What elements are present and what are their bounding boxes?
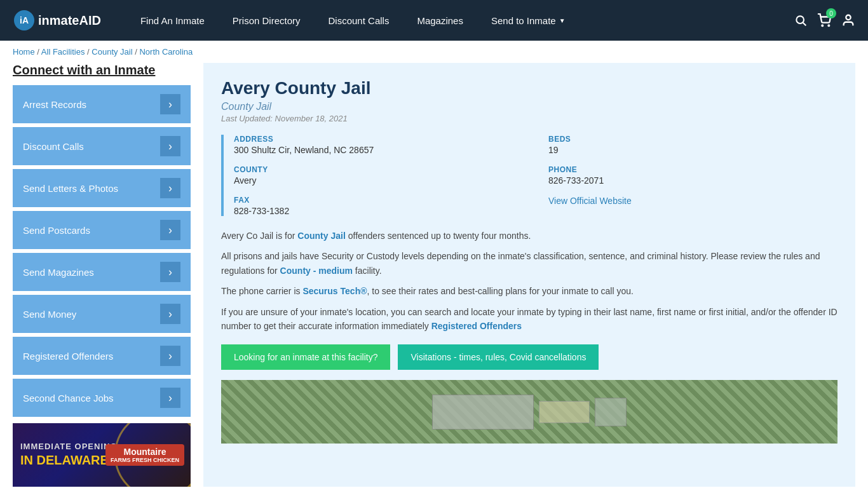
securus-link[interactable]: Securus Tech®	[302, 286, 367, 296]
svg-point-4	[822, 25, 823, 26]
phone-block: PHONE 826-733-2071	[548, 165, 837, 186]
find-inmate-button[interactable]: Looking for an inmate at this facility?	[221, 344, 390, 370]
sidebar-registered-offenders[interactable]: Registered Offenders ›	[13, 337, 191, 375]
sidebar-send-magazines[interactable]: Send Magazines ›	[13, 253, 191, 291]
breadcrumb: Home / All Facilities / County Jail / No…	[0, 41, 868, 63]
sidebar-arrest-records[interactable]: Arrest Records ›	[13, 85, 191, 123]
arrow-icon: ›	[160, 262, 180, 282]
sidebar-second-chance-jobs[interactable]: Second Chance Jobs ›	[13, 379, 191, 417]
description-1: Avery Co Jail is for County Jail offende…	[221, 229, 837, 243]
logo[interactable]: iA inmateAID	[13, 9, 101, 32]
svg-text:iA: iA	[20, 15, 29, 25]
facility-name: Avery County Jail	[221, 78, 837, 98]
nav-links: Find An Inmate Prison Directory Discount…	[126, 0, 794, 41]
arrow-icon: ›	[160, 94, 180, 114]
breadcrumb-north-carolina[interactable]: North Carolina	[139, 47, 193, 57]
facility-info-grid: ADDRESS 300 Shultz Cir, Newland, NC 2865…	[221, 135, 837, 216]
registered-offenders-link[interactable]: Registered Offenders	[431, 321, 522, 331]
building-shape-2	[539, 401, 590, 423]
aerial-photo	[221, 380, 837, 444]
beds-value: 19	[548, 145, 837, 155]
sidebar-discount-calls[interactable]: Discount Calls ›	[13, 127, 191, 165]
fax-value: 828-733-1382	[234, 206, 523, 216]
arrow-icon: ›	[160, 304, 180, 324]
cart-badge: 0	[826, 8, 836, 18]
phone-value: 826-733-2071	[548, 175, 837, 186]
county-block: COUNTY Avery	[234, 165, 523, 186]
description-4: If you are unsure of your inmate's locat…	[221, 305, 837, 334]
sidebar-send-money[interactable]: Send Money ›	[13, 295, 191, 333]
svg-point-2	[796, 16, 804, 24]
beds-label: BEDS	[548, 135, 837, 144]
county-label: COUNTY	[234, 165, 523, 174]
arrow-icon: ›	[160, 346, 180, 366]
website-block: View Official Website	[548, 196, 837, 216]
address-block: ADDRESS 300 Shultz Cir, Newland, NC 2865…	[234, 135, 523, 155]
content-panel: Avery County Jail County Jail Last Updat…	[203, 63, 855, 487]
fax-block: FAX 828-733-1382	[234, 196, 523, 216]
sidebar-ad[interactable]: IMMEDIATE OPENING IN DELAWARE Mountaire …	[13, 423, 191, 487]
arrow-icon: ›	[160, 136, 180, 156]
facility-updated: Last Updated: November 18, 2021	[221, 114, 837, 123]
county-jail-link[interactable]: County Jail	[297, 231, 345, 241]
action-buttons: Looking for an inmate at this facility? …	[221, 344, 837, 370]
nav-find-inmate[interactable]: Find An Inmate	[126, 0, 219, 41]
sidebar-title: Connect with an Inmate	[13, 63, 191, 78]
nav-icons: 0	[794, 13, 855, 27]
svg-point-5	[828, 25, 829, 26]
svg-line-3	[803, 23, 806, 26]
main-content: Connect with an Inmate Arrest Records › …	[0, 63, 868, 487]
phone-label: PHONE	[548, 165, 837, 174]
building-shape	[432, 395, 534, 430]
ad-text: IMMEDIATE OPENING IN DELAWARE	[20, 442, 118, 469]
svg-point-6	[846, 15, 850, 20]
address-value: 300 Shultz Cir, Newland, NC 28657	[234, 145, 523, 155]
cart-button[interactable]: 0	[817, 13, 831, 27]
official-website-link[interactable]: View Official Website	[548, 196, 632, 206]
building-shape-3	[595, 398, 627, 426]
user-button[interactable]	[841, 13, 855, 27]
sidebar: Connect with an Inmate Arrest Records › …	[13, 63, 191, 487]
breadcrumb-all-facilities[interactable]: All Facilities	[41, 47, 85, 57]
logo-text: inmateAID	[38, 13, 101, 28]
nav-prison-directory[interactable]: Prison Directory	[219, 0, 315, 41]
ad-logo: Mountaire FARMS FRESH CHICKEN	[105, 444, 184, 466]
visitations-button[interactable]: Visitations - times, rules, Covid cancel…	[398, 344, 599, 370]
sidebar-send-letters[interactable]: Send Letters & Photos ›	[13, 169, 191, 207]
nav-magazines[interactable]: Magazines	[403, 0, 477, 41]
county-medium-link[interactable]: County - medium	[280, 266, 353, 276]
breadcrumb-home[interactable]: Home	[13, 47, 35, 57]
beds-block: BEDS 19	[548, 135, 837, 155]
dropdown-arrow-icon: ▼	[559, 17, 566, 24]
facility-type: County Jail	[221, 101, 837, 112]
description-2: All prisons and jails have Security or C…	[221, 249, 837, 278]
description-3: The phone carrier is Securus Tech®, to s…	[221, 284, 837, 298]
county-value: Avery	[234, 175, 523, 186]
fax-label: FAX	[234, 196, 523, 205]
nav-discount-calls[interactable]: Discount Calls	[315, 0, 403, 41]
arrow-icon: ›	[160, 178, 180, 198]
arrow-icon: ›	[160, 388, 180, 408]
breadcrumb-county-jail[interactable]: County Jail	[92, 47, 132, 57]
nav-send-to-inmate[interactable]: Send to Inmate ▼	[477, 0, 580, 41]
sidebar-send-postcards[interactable]: Send Postcards ›	[13, 211, 191, 249]
navbar: iA inmateAID Find An Inmate Prison Direc…	[0, 0, 868, 41]
address-label: ADDRESS	[234, 135, 523, 144]
search-button[interactable]	[794, 14, 807, 27]
arrow-icon: ›	[160, 220, 180, 240]
